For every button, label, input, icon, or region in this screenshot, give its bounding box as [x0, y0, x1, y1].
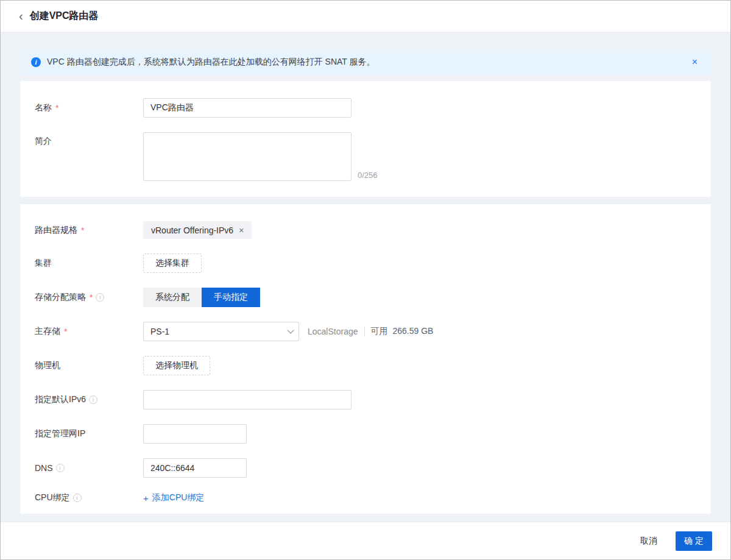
- required-mark: *: [81, 225, 84, 235]
- mgmt-ip-input[interactable]: [143, 424, 247, 444]
- basic-info-card: 名称* 简介 0/256: [20, 81, 711, 197]
- storage-policy-label: 存储分配策略* i: [35, 292, 143, 303]
- mgmt-ip-label: 指定管理网IP: [35, 428, 143, 439]
- mgmt-ip-row: 指定管理网IP: [35, 424, 696, 444]
- dns-input[interactable]: [143, 458, 247, 478]
- primary-storage-label: 主存储*: [35, 326, 143, 337]
- dialog-footer: 取消 确 定: [1, 522, 730, 559]
- storage-available: 可用 266.59 GB: [371, 326, 434, 337]
- cpu-pin-row: CPU绑定 i + 添加CPU绑定: [35, 492, 696, 503]
- storage-policy-option-manual[interactable]: 手动指定: [202, 288, 260, 307]
- form-content: i VPC 路由器创建完成后，系统将默认为路由器在此处加载的公有网络打开 SNA…: [1, 32, 730, 522]
- divider: [364, 327, 365, 336]
- required-mark: *: [64, 327, 67, 336]
- ipv6-label: 指定默认IPv6 i: [35, 394, 143, 405]
- cluster-label: 集群: [35, 258, 143, 269]
- description-label: 简介: [35, 136, 143, 147]
- primary-storage-select[interactable]: PS-1: [143, 322, 299, 341]
- storage-policy-row: 存储分配策略* i 系统分配 手动指定: [35, 288, 696, 307]
- char-counter: 0/256: [358, 171, 378, 180]
- primary-storage-row: 主存储* PS-1 LocalStorage 可用 266.59 GB: [35, 322, 696, 341]
- offering-tag[interactable]: vRouter Offering-IPv6 ×: [143, 221, 252, 239]
- cluster-row: 集群 选择集群: [35, 253, 696, 273]
- name-row: 名称*: [35, 98, 696, 118]
- select-cluster-button[interactable]: 选择集群: [143, 253, 202, 273]
- offering-label: 路由器规格*: [35, 225, 143, 236]
- storage-policy-toggle: 系统分配 手动指定: [143, 288, 260, 307]
- ipv6-row: 指定默认IPv6 i: [35, 390, 696, 409]
- back-icon[interactable]: ‹: [19, 10, 23, 22]
- required-mark: *: [55, 103, 58, 113]
- cpu-pin-label: CPU绑定 i: [35, 492, 143, 503]
- cancel-button[interactable]: 取消: [640, 536, 657, 547]
- banner-text: VPC 路由器创建完成后，系统将默认为路由器在此处加载的公有网络打开 SNAT …: [47, 57, 375, 68]
- create-vpc-router-dialog: ‹ 创建VPC路由器 i VPC 路由器创建完成后，系统将默认为路由器在此处加载…: [0, 0, 731, 560]
- page-header: ‹ 创建VPC路由器: [1, 1, 730, 32]
- offering-tag-label: vRouter Offering-IPv6: [151, 225, 233, 235]
- name-label: 名称*: [35, 102, 143, 113]
- page-title: 创建VPC路由器: [30, 10, 99, 23]
- description-row: 简介 0/256: [35, 132, 696, 181]
- cpu-pin-help-icon[interactable]: i: [73, 494, 82, 502]
- primary-storage-value: PS-1: [150, 327, 169, 336]
- add-cpu-pin-link[interactable]: + 添加CPU绑定: [143, 492, 204, 503]
- name-input[interactable]: [143, 98, 351, 118]
- description-textarea[interactable]: [143, 132, 351, 181]
- storage-type: LocalStorage: [308, 327, 358, 336]
- storage-policy-help-icon[interactable]: i: [96, 293, 104, 302]
- storage-policy-option-system[interactable]: 系统分配: [143, 288, 202, 307]
- banner-close-icon[interactable]: ×: [690, 56, 700, 68]
- host-label: 物理机: [35, 360, 143, 371]
- primary-storage-meta: LocalStorage 可用 266.59 GB: [308, 326, 433, 337]
- host-row: 物理机 选择物理机: [35, 356, 696, 375]
- chevron-down-icon: [287, 327, 294, 333]
- plus-icon: +: [143, 494, 149, 503]
- info-icon: i: [31, 57, 41, 67]
- confirm-button[interactable]: 确 定: [676, 531, 712, 551]
- ipv6-input[interactable]: [143, 390, 351, 409]
- required-mark: *: [90, 292, 93, 302]
- tag-remove-icon[interactable]: ×: [239, 226, 244, 235]
- offering-row: 路由器规格* vRouter Offering-IPv6 ×: [35, 221, 696, 239]
- select-host-button[interactable]: 选择物理机: [143, 356, 210, 375]
- config-card: 路由器规格* vRouter Offering-IPv6 × 集群 选择集群 存…: [20, 204, 711, 514]
- dns-row: DNS i: [35, 458, 696, 478]
- ipv6-help-icon[interactable]: i: [89, 395, 97, 404]
- dns-label: DNS i: [35, 463, 143, 473]
- snat-info-banner: i VPC 路由器创建完成后，系统将默认为路由器在此处加载的公有网络打开 SNA…: [20, 49, 711, 75]
- dns-help-icon[interactable]: i: [56, 464, 65, 472]
